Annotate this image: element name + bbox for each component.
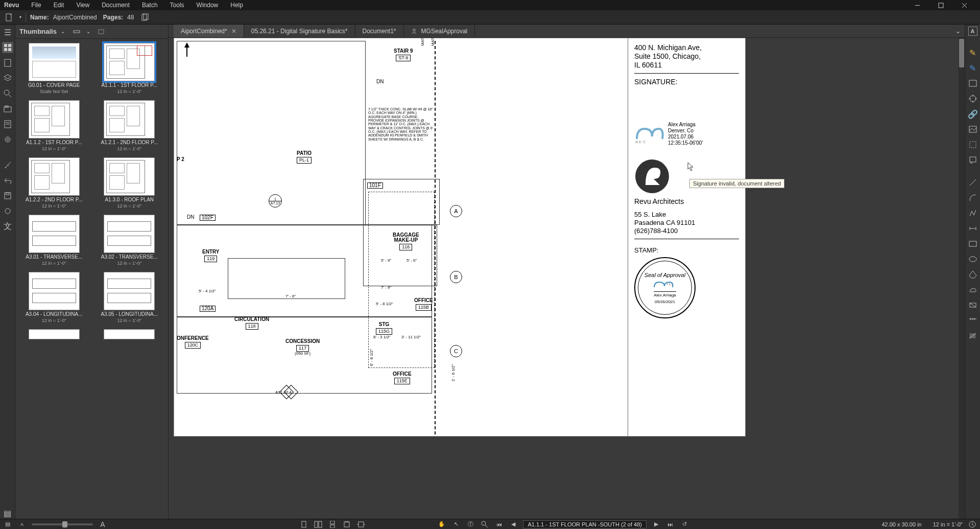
document-tab[interactable]: MGSealApproval [404,25,475,37]
sync-icon[interactable] [2,205,13,217]
doc-copy-icon[interactable] [140,12,150,22]
thumbnails-insert-icon[interactable] [98,29,105,35]
new-doc-dropdown[interactable]: ▾ [19,15,21,19]
measure-tool-icon[interactable] [2,159,13,171]
zoom-out-small-icon[interactable]: A [17,520,27,529]
forms-icon[interactable] [2,119,13,130]
thumbnail-item[interactable]: G0.01 - COVER PAGEScale Not Set [17,43,91,94]
polygon-tool-icon[interactable] [967,269,978,280]
thumbnail-preview [104,272,155,310]
count-tool-icon[interactable] [967,330,978,341]
thumbnail-item[interactable] [93,329,166,339]
prev-view-icon[interactable]: ↺ [680,520,689,529]
fit-page-icon[interactable] [342,520,351,529]
panel-toggle-icon[interactable]: ☰ [2,27,13,38]
note-tool-icon[interactable] [967,154,978,166]
tab-label: 05.26.21 - Digital Signature Basics* [251,28,348,35]
thumbnail-item[interactable]: A3.02 - TRANSVERSE...12 in = 1'-0" [93,215,166,266]
next-page-icon[interactable]: ▶ [652,520,661,529]
thumbnails-icon[interactable] [2,42,13,53]
menu-help[interactable]: Help [224,1,249,10]
fit-width-icon[interactable] [356,520,366,529]
sets-icon[interactable] [2,103,13,114]
menu-view[interactable]: View [70,1,95,10]
window-maximize-button[interactable] [929,0,952,10]
first-page-icon[interactable]: ⏮ [494,520,504,529]
thumbnail-item[interactable]: A1.2.2 - 2ND FLOOR P...12 in = 1'-0" [17,157,91,209]
vertical-scrollbar[interactable] [959,38,965,519]
select-tool-icon[interactable]: ↖ [451,520,461,529]
label-p2: P 2 [177,157,184,162]
save-icon[interactable] [2,190,13,201]
text-tool-icon[interactable]: A [968,27,977,36]
stamp-label: STAMP: [634,246,739,254]
crop-tool-icon[interactable] [967,139,978,150]
text-select-icon[interactable]: Ⓣ [466,520,475,529]
window-close-button[interactable] [952,0,976,10]
thumbnail-item[interactable]: A3.05 - LONGITUDINA...12 in = 1'-0" [93,272,166,323]
scale-dropdown-icon[interactable] [968,520,977,529]
thumbnails-dropdown-icon[interactable]: ⌄ [61,29,65,34]
digital-signature-block[interactable]: A E C Alex Arriaga Denver, Co 2021.07.06… [634,122,739,146]
zoom-tool-icon[interactable] [480,520,489,529]
highlighter-tool-icon[interactable]: ✎ [967,62,978,74]
rect-tool-icon[interactable] [967,238,978,249]
titlebar: Revu File Edit View Document Batch Tools… [0,0,980,10]
callout-tool-icon[interactable] [967,315,978,326]
polyline-tool-icon[interactable] [967,208,978,219]
zoom-in-large-icon[interactable]: A [98,520,107,529]
menu-window[interactable]: Window [190,1,225,10]
thumbnails-page-label-dropdown[interactable]: ⌄ [86,29,90,34]
erase-tool-icon[interactable] [967,300,978,311]
pan-tool-icon[interactable]: ✋ [437,520,446,529]
hyperlink-tool-icon[interactable]: 🔗 [967,108,978,120]
scrollbar-thumb[interactable] [959,39,964,67]
cloud-tool-icon[interactable] [967,284,978,295]
document-tab[interactable]: Document1* [355,25,404,37]
undo-icon[interactable] [2,175,13,186]
tab-close-icon[interactable]: ✕ [231,28,236,35]
menu-tools[interactable]: Tools [164,1,190,10]
image-tool-icon[interactable] [967,124,978,135]
properties-gear-icon[interactable] [2,134,13,145]
pen-tool-icon[interactable]: ✎ [967,47,978,58]
left-panel-collapse-icon[interactable]: ▤ [2,508,13,519]
document-tab[interactable]: AiportCombined*✕ [174,25,244,37]
tag-office2: 115E [394,378,410,384]
continuous-icon[interactable] [328,520,337,529]
thumbnail-item[interactable]: A3.01 - TRANSVERSE...12 in = 1'-0" [17,215,91,266]
single-page-icon[interactable] [299,520,308,529]
page-index-field[interactable]: A1.1.1 - 1ST FLOOR PLAN -SOUTH (2 of 48) [523,520,647,528]
translate-icon[interactable]: 文 [2,221,13,232]
layers-icon[interactable] [2,73,13,84]
prev-page-icon[interactable]: ◀ [509,520,518,529]
thumbnails-page-label-icon[interactable] [73,29,82,35]
thumbnail-item[interactable]: A1.1.1 - 1ST FLOOR P...12 in = 1'-0" [93,43,166,94]
document-viewport[interactable]: STAIR 9 ST-9 DN MATCHLINE A1 MATCHLINE A… [169,38,965,519]
thumbnail-item[interactable]: A1.1.2 - 1ST FLOOR P...12 in = 1'-0" [17,100,91,151]
menu-batch[interactable]: Batch [136,1,164,10]
side-by-side-icon[interactable] [314,520,323,529]
thumbnail-item[interactable]: A3.04 - LONGITUDINA...12 in = 1'-0" [17,272,91,323]
shape-tool-icon[interactable] [967,78,978,89]
snapshot-tool-icon[interactable] [967,93,978,104]
arc-tool-icon[interactable] [967,192,978,203]
window-minimize-button[interactable] [905,0,929,10]
menu-document[interactable]: Document [95,1,136,10]
document-tab[interactable]: 05.26.21 - Digital Signature Basics* [244,25,355,37]
thumbnail-size-slider[interactable] [32,523,93,525]
thumbnail-item[interactable]: A1.2.1 - 2ND FLOOR P...12 in = 1'-0" [93,100,166,151]
panels-toggle-icon[interactable]: ▤ [3,520,12,529]
menu-edit[interactable]: Edit [47,1,70,10]
ellipse-tool-icon[interactable] [967,254,978,265]
new-doc-icon[interactable] [4,12,14,22]
search-icon[interactable] [2,88,13,99]
line-tool-icon[interactable] [967,177,978,188]
thumbnail-item[interactable] [17,329,91,339]
last-page-icon[interactable]: ⏭ [666,520,675,529]
tab-overflow-icon[interactable]: ⌄ [951,25,965,37]
thumbnail-item[interactable]: A1.3.0 - ROOF PLAN12 in = 1'-0" [93,157,166,209]
menu-file[interactable]: File [25,1,47,10]
file-access-icon[interactable] [2,57,13,68]
dimension-tool-icon[interactable] [967,223,978,234]
